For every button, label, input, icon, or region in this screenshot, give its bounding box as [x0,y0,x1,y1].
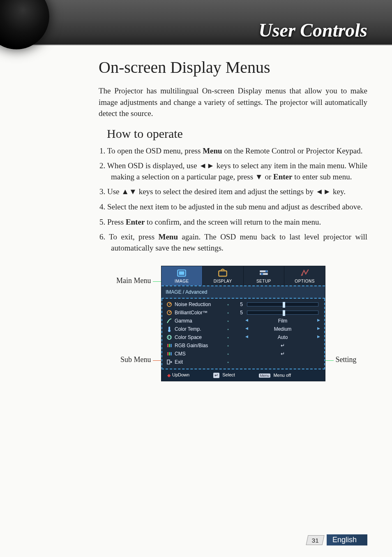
globe-icon [166,334,172,340]
row-divider: ▪ [226,311,231,315]
osd-row[interactable]: Color Space▪Auto [166,333,321,341]
hint-updown: ◆UpDown [167,372,189,378]
svg-point-6 [261,273,263,275]
svg-line-11 [169,311,171,313]
osd-tabs: IMAGEDISPLAYSETUPOPTIONS [161,266,325,285]
osd-row[interactable]: BrilliantColor™▪5 [166,309,321,317]
osd-tab-setup[interactable]: SETUP [244,266,285,285]
svg-point-5 [265,270,267,272]
osd-breadcrumb-bar: IMAGE / Advanced [161,285,325,299]
osd-value: 5 [233,302,243,307]
osd-row[interactable]: Gamma▪Film [166,317,321,325]
step-item: When OSD is displayed, use ◄► keys to se… [99,160,367,182]
osd-tab-image[interactable]: IMAGE [161,266,203,285]
step-item: To open the OSD menu, press Menu on the … [99,146,367,157]
content-area: On-screen Display Menus The Projector ha… [0,45,392,381]
options-icon [300,269,310,277]
osd-row-label: BrilliantColor™ [175,310,223,316]
svg-line-9 [169,303,171,304]
osd-row[interactable]: RGB Gain/Bias▪↵ [166,341,321,350]
callout-sub-menu: Sub Menu [120,355,161,364]
osd-row-label: Gamma [175,318,223,324]
callout-main-menu: Main Menu [116,276,161,285]
row-divider: ▪ [226,343,231,348]
slider-track[interactable] [247,311,318,315]
svg-rect-22 [167,360,170,364]
osd-tab-label: OPTIONS [295,279,315,283]
page-header: User Controls [0,0,392,45]
svg-point-13 [168,330,171,332]
osd-row[interactable]: Noise Reduction▪5 [166,300,321,309]
dial-icon [166,302,172,307]
row-divider: ▪ [226,302,231,307]
setup-icon [258,269,269,277]
osd-tab-label: IMAGE [175,279,189,283]
curve-icon [166,318,172,324]
row-divider: ▪ [226,360,231,364]
svg-point-14 [167,335,171,339]
svg-point-7 [301,274,302,276]
enter-icon[interactable]: ↵ [245,351,320,357]
updown-icon: ◆ [167,373,171,378]
svg-rect-19 [167,352,168,355]
section-title: User Controls [258,19,367,41]
row-divider: ▪ [226,352,231,356]
osd-hint-bar: ◆UpDown ↵ Select Menu Menu off [161,369,325,381]
svg-rect-21 [171,352,172,355]
slider-thumb[interactable] [283,310,285,316]
slider-track[interactable] [247,302,318,306]
page-number-badge: 31 [306,535,324,545]
slider-thumb[interactable] [283,302,285,308]
how-to-heading: How to operate [107,127,367,141]
step-item: Press Enter to confirm, and the screen w… [99,217,367,228]
step-item: Use ▲▼ keys to select the desired item a… [99,186,367,197]
osd-select-value[interactable]: Film [245,318,320,324]
hint-menu-off: Menu Menu off [259,373,291,378]
osd-select-value[interactable]: Auto [245,334,320,340]
image-icon [176,269,187,277]
osd-row-label: Color Space [175,334,223,340]
page-footer: 31 English [307,534,367,545]
osd-row[interactable]: Exit▪ [166,358,321,366]
svg-rect-1 [179,272,184,275]
callouts-right: Setting [325,266,362,381]
page-heading: On-screen Display Menus [99,58,367,77]
osd-tab-label: SETUP [256,279,271,283]
osd-tab-options[interactable]: OPTIONS [284,266,325,285]
osd-row-label: Color Temp. [175,326,223,332]
osd-figure: Main Menu Sub Menu IMAGEDISPLAYSETUPOPTI… [99,266,367,381]
callouts-left: Main Menu Sub Menu [112,266,161,381]
bars-icon [166,351,172,357]
exit-icon [166,359,172,365]
svg-rect-16 [167,344,168,347]
osd-rows: Noise Reduction▪5BrilliantColor™▪5Gamma▪… [161,299,325,369]
osd-select-value[interactable]: Medium [245,326,320,332]
step-item: To exit, press Menu again. The OSD menu … [99,232,367,253]
enter-icon: ↵ [213,373,219,378]
lens-decor [0,0,49,49]
osd-breadcrumb: IMAGE / Advanced [166,288,321,296]
osd-row[interactable]: CMS▪↵ [166,350,321,358]
enter-icon[interactable]: ↵ [245,343,320,348]
svg-rect-12 [168,327,170,330]
row-divider: ▪ [226,319,231,323]
svg-rect-18 [171,344,172,347]
bars-icon [166,343,172,348]
osd-panel: IMAGEDISPLAYSETUPOPTIONS IMAGE / Advance… [161,266,325,381]
osd-tab-display[interactable]: DISPLAY [203,266,244,285]
dial-icon [166,310,172,316]
svg-point-15 [168,335,171,339]
osd-value: 5 [233,310,243,316]
step-item: Select the next item to be adjusted in t… [99,202,367,213]
svg-rect-17 [169,344,170,347]
svg-rect-2 [219,271,226,276]
language-badge: English [327,534,367,545]
row-divider: ▪ [226,335,231,340]
osd-row-label: RGB Gain/Bias [175,343,223,348]
osd-row-label: Noise Reduction [175,302,223,307]
therm-icon [166,326,172,332]
row-divider: ▪ [226,327,231,332]
osd-row-label: CMS [175,351,223,357]
osd-row[interactable]: Color Temp.▪Medium [166,325,321,333]
display-icon [217,269,228,277]
